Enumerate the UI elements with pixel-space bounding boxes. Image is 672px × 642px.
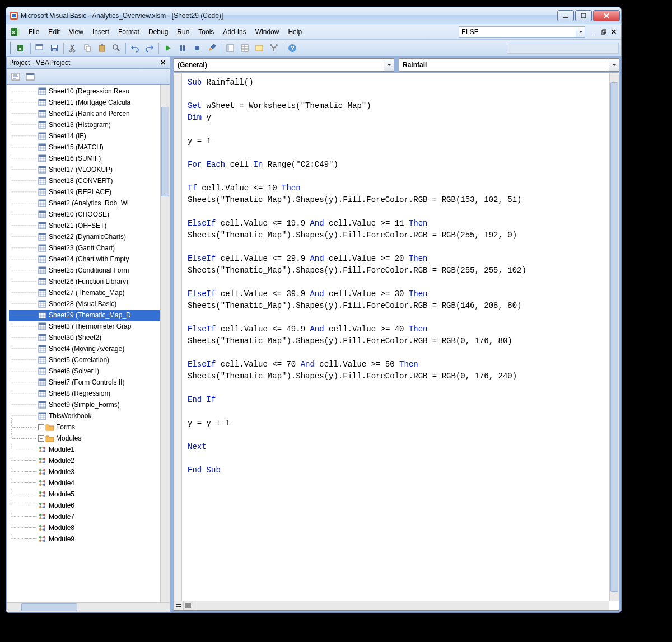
standard-toolbar: X ? xyxy=(6,40,621,57)
menu-add-ins[interactable]: Add-Ins xyxy=(218,26,250,38)
chevron-down-icon[interactable] xyxy=(384,58,394,72)
tree-sheet-item[interactable]: Sheet29 (Thematic_Map_D xyxy=(9,310,170,321)
tree-sheet-item[interactable]: Sheet2 (Analytics_Rob_Wi xyxy=(9,198,170,209)
editor-margin[interactable] xyxy=(174,73,182,601)
tree-sheet-item[interactable]: Sheet6 (Solver I) xyxy=(9,365,170,377)
toolbar-grip[interactable] xyxy=(10,42,12,54)
tree-sheet-item[interactable]: Sheet5 (Correlation) xyxy=(9,354,170,365)
code-editor[interactable]: Sub Rainfall() Set wSheet = Worksheets("… xyxy=(174,73,619,611)
tree-sheet-item[interactable]: Sheet27 (Thematic_Map) xyxy=(9,287,170,298)
close-button[interactable] xyxy=(593,10,620,21)
run-icon[interactable] xyxy=(161,41,175,55)
tree-sheet-item[interactable]: Sheet20 (CHOOSE) xyxy=(9,209,170,220)
view-excel-icon[interactable]: X xyxy=(15,41,28,55)
tree-sheet-item[interactable]: Sheet3 (Thermometer Grap xyxy=(9,321,170,332)
copy-icon[interactable] xyxy=(81,41,94,55)
tree-module-item[interactable]: Module3 xyxy=(9,466,170,477)
insert-userform-icon[interactable] xyxy=(33,41,46,55)
svg-point-23 xyxy=(113,45,118,49)
tree-module-item[interactable]: Module5 xyxy=(9,489,170,500)
find-icon[interactable] xyxy=(110,41,123,55)
chevron-down-icon[interactable] xyxy=(609,58,619,72)
tree-module-item[interactable]: Module7 xyxy=(9,511,170,522)
project-explorer-icon[interactable] xyxy=(223,41,237,55)
tree-module-item[interactable]: Module8 xyxy=(9,522,170,533)
tree-sheet-item[interactable]: Sheet12 (Rank and Percen xyxy=(9,108,170,119)
excel-host-icon[interactable]: X xyxy=(10,26,21,38)
menu-help[interactable]: Help xyxy=(283,26,306,38)
tree-sheet-item[interactable]: Sheet28 (Visual Basic) xyxy=(9,298,170,310)
tree-sheet-item[interactable]: Sheet13 (Histogram) xyxy=(9,119,170,130)
tree-sheet-item[interactable]: Sheet10 (Regression Resu xyxy=(9,86,170,97)
menu-debug[interactable]: Debug xyxy=(144,26,172,38)
tree-sheet-item[interactable]: Sheet15 (MATCH) xyxy=(9,142,170,153)
tree-module-item[interactable]: Module4 xyxy=(9,477,170,489)
maximize-button[interactable] xyxy=(575,10,592,21)
save-icon[interactable] xyxy=(48,41,61,55)
procedure-view-icon[interactable] xyxy=(174,601,184,610)
tree-module-item[interactable]: Module9 xyxy=(9,533,170,545)
properties-window-icon[interactable] xyxy=(238,41,251,55)
tree-sheet-item[interactable]: Sheet14 (IF) xyxy=(9,130,170,142)
paste-icon[interactable] xyxy=(95,41,109,55)
tree-sheet-item[interactable]: Sheet4 (Moving Average) xyxy=(9,343,170,354)
menu-edit[interactable]: Edit xyxy=(44,26,64,38)
help-search-dropdown[interactable] xyxy=(576,26,585,38)
tree-module-item[interactable]: Module1 xyxy=(9,444,170,455)
tree-sheet-item[interactable]: Sheet23 (Gantt Chart) xyxy=(9,242,170,254)
tree-sheet-item[interactable]: Sheet17 (VLOOKUP) xyxy=(9,164,170,175)
object-browser-icon[interactable] xyxy=(253,41,266,55)
procedure-dropdown[interactable] xyxy=(399,58,619,72)
tree-sheet-item[interactable]: Sheet21 (OFFSET) xyxy=(9,220,170,231)
help-icon[interactable]: ? xyxy=(286,41,299,55)
menu-view[interactable]: View xyxy=(64,26,88,38)
view-object-icon[interactable] xyxy=(24,71,37,83)
menu-window[interactable]: Window xyxy=(251,26,284,38)
editor-hscrollbar[interactable] xyxy=(174,601,609,610)
tree-sheet-item[interactable]: Sheet25 (Conditional Form xyxy=(9,265,170,276)
tree-sheet-item[interactable]: Sheet16 (SUMIF) xyxy=(9,153,170,164)
menu-tools[interactable]: Tools xyxy=(194,26,218,38)
menu-format[interactable]: Format xyxy=(114,26,144,38)
minimize-button[interactable] xyxy=(557,10,574,21)
mdi-restore-button[interactable] xyxy=(599,27,609,36)
redo-icon[interactable] xyxy=(143,41,156,55)
object-dropdown[interactable] xyxy=(174,58,394,72)
project-tree-hscrollbar[interactable] xyxy=(7,602,170,612)
menu-file[interactable]: File xyxy=(24,26,44,38)
tree-sheet-item[interactable]: Sheet24 (Chart with Empty xyxy=(9,254,170,265)
tree-sheet-item[interactable]: Sheet22 (DynamicCharts) xyxy=(9,231,170,242)
tree-modules-folder[interactable]: −Modules xyxy=(9,433,170,444)
tree-sheet-item[interactable]: Sheet18 (CONVERT) xyxy=(9,175,170,186)
reset-icon[interactable] xyxy=(190,41,204,55)
tree-module-item[interactable]: Module2 xyxy=(9,455,170,466)
tree-sheet-item[interactable]: Sheet7 (Form Controls II) xyxy=(9,377,170,388)
menu-insert[interactable]: Insert xyxy=(88,26,114,38)
cut-icon[interactable] xyxy=(66,41,80,55)
editor-vscrollbar[interactable] xyxy=(609,73,619,601)
undo-icon[interactable] xyxy=(128,41,142,55)
code-pane: Sub Rainfall() Set wSheet = Worksheets("… xyxy=(172,57,621,612)
tree-sheet-item[interactable]: Sheet8 (Regression) xyxy=(9,388,170,399)
mdi-minimize-button[interactable]: _ xyxy=(589,27,599,36)
view-code-icon[interactable] xyxy=(9,71,22,83)
mdi-close-button[interactable]: ✕ xyxy=(609,27,619,36)
tree-sheet-item[interactable]: Sheet19 (REPLACE) xyxy=(9,186,170,198)
tree-sheet-item[interactable]: Sheet11 (Mortgage Calcula xyxy=(9,97,170,108)
toolbox-icon[interactable] xyxy=(267,41,281,55)
tree-item-label: Sheet22 (DynamicCharts) xyxy=(49,233,126,241)
help-search-input[interactable] xyxy=(459,26,576,38)
project-explorer-close-icon[interactable]: ✕ xyxy=(158,58,167,67)
design-mode-icon[interactable] xyxy=(205,41,218,55)
object-dropdown-value[interactable] xyxy=(174,58,384,72)
tree-sheet-item[interactable]: Sheet30 (Sheet2) xyxy=(9,332,170,343)
procedure-dropdown-value[interactable] xyxy=(399,58,609,72)
tree-sheet-item[interactable]: Sheet9 (Simple_Forms) xyxy=(9,399,170,410)
project-tree-vscrollbar[interactable] xyxy=(160,85,170,612)
break-icon[interactable] xyxy=(176,41,189,55)
tree-sheet-item[interactable]: Sheet26 (Function Library) xyxy=(9,276,170,287)
full-module-view-icon[interactable] xyxy=(184,601,193,610)
tree-module-item[interactable]: Module6 xyxy=(9,500,170,511)
menu-run[interactable]: Run xyxy=(172,26,194,38)
toggle-folders-icon[interactable] xyxy=(38,71,52,83)
